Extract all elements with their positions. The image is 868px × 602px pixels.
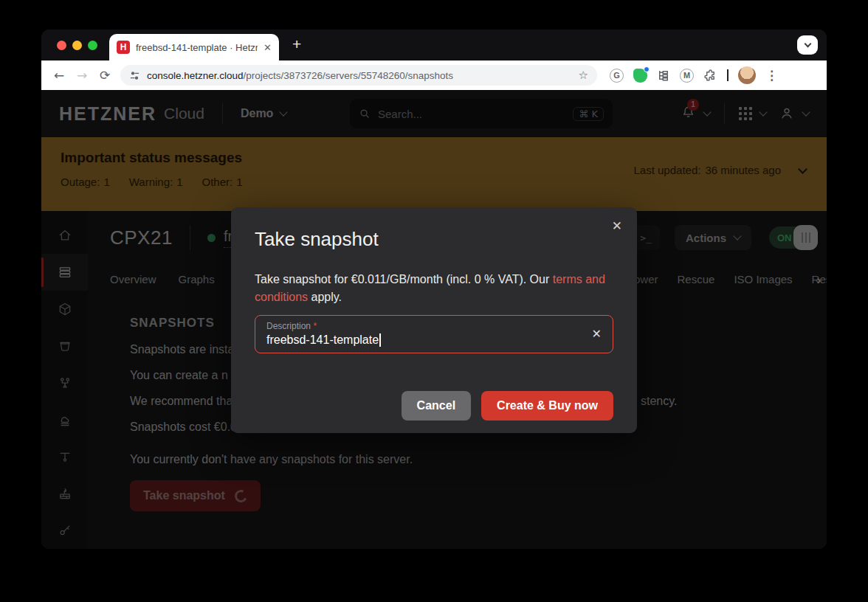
modal-footer: Cancel Create & Buy now [231,391,637,421]
take-snapshot-modal: ✕ Take snapshot Take snapshot for €0.011… [231,207,637,433]
cancel-button[interactable]: Cancel [402,391,471,421]
desktop: H freebsd-141-template · Hetzn ✕ + ← → ⟳ [0,0,868,602]
tab-strip: H freebsd-141-template · Hetzn ✕ + [41,30,827,60]
url-host: console.hetzner.cloud [147,70,244,81]
text-cursor [379,333,381,347]
description-value: freebsd-141-template [266,333,381,347]
grammarly-extension-icon[interactable]: G [610,69,624,83]
create-buy-button[interactable]: Create & Buy now [481,391,613,421]
description-label: Description * [266,321,317,331]
tree-extension-icon[interactable] [657,69,670,82]
forward-button[interactable]: → [75,68,89,83]
tab-close-icon[interactable]: ✕ [264,42,272,53]
bookmark-star-icon[interactable]: ☆ [579,69,588,82]
modal-body-text: Take snapshot for €0.011/GB/month (incl.… [255,271,613,306]
evernote-extension-icon[interactable] [633,69,647,83]
tab-title: freebsd-141-template · Hetzn [136,42,258,53]
browser-menu-icon[interactable]: ⋮ [765,68,778,83]
notification-dot [644,66,650,72]
minimize-window-button[interactable] [72,41,82,50]
browser-tab[interactable]: H freebsd-141-template · Hetzn ✕ [109,34,279,60]
reload-button[interactable]: ⟳ [97,68,112,83]
tab-search-button[interactable] [797,35,818,55]
toolbar-divider [727,69,728,81]
chevron-down-icon [804,41,811,48]
new-tab-button[interactable]: + [292,35,301,53]
required-asterisk: * [313,321,317,331]
profile-avatar[interactable] [738,66,756,84]
description-field[interactable]: Description * freebsd-141-template ✕ [255,315,613,353]
back-button[interactable]: ← [52,68,66,83]
url-path: /projects/3873726/servers/55748260/snaps… [244,70,453,81]
extensions-puzzle-icon[interactable] [703,69,717,83]
browser-window: H freebsd-141-template · Hetzn ✕ + ← → ⟳ [41,30,827,549]
clear-field-icon[interactable]: ✕ [592,327,602,341]
hetzner-favicon: H [117,41,130,54]
hetzner-console: HETZNER Cloud Demo Search... ⌘ K [41,90,827,549]
modal-close-icon[interactable]: ✕ [612,218,622,233]
modal-title: Take snapshot [255,228,379,251]
browser-toolbar: ← → ⟳ console.hetzner.cloud/projects/387… [41,60,827,90]
extension-icons: G M ⋮ [610,66,778,84]
site-settings-icon[interactable] [129,70,140,81]
mail-extension-icon[interactable]: M [680,69,694,83]
traffic-lights [57,41,97,50]
zoom-window-button[interactable] [88,41,97,50]
address-bar[interactable]: console.hetzner.cloud/projects/3873726/s… [120,65,597,86]
url-text: console.hetzner.cloud/projects/3873726/s… [147,70,453,81]
close-window-button[interactable] [57,41,66,50]
